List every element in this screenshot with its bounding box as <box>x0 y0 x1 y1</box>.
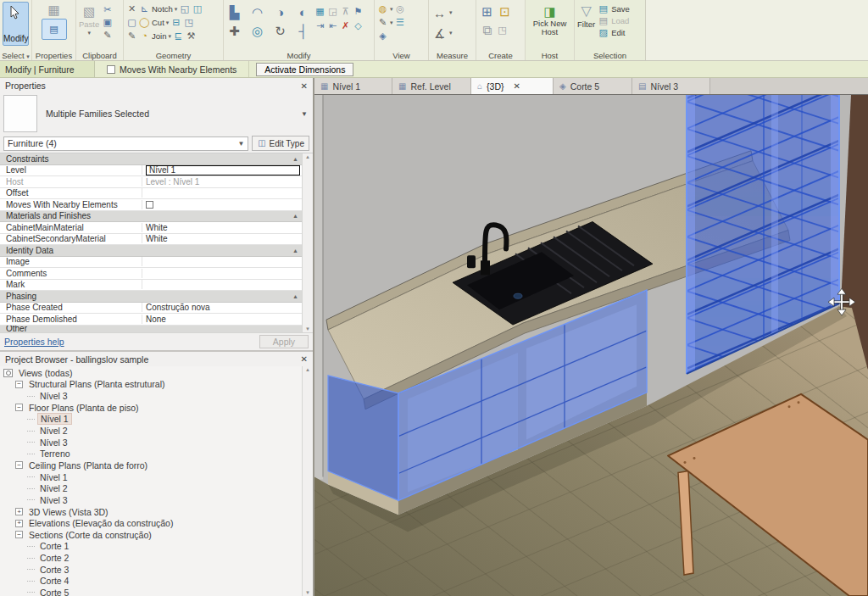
tree-item-corte-1[interactable]: Corte 1 <box>0 541 302 553</box>
save-selection-button[interactable]: ▤Save <box>598 3 630 14</box>
property-value-editing[interactable]: Nível 1 <box>146 165 300 175</box>
view-tab-ref-level[interactable]: ▦Ref. Level <box>392 78 471 94</box>
tree-item-3d-views-vista-3d-[interactable]: +3D Views (Vista 3D) <box>0 506 302 518</box>
model-canvas[interactable] <box>314 95 868 596</box>
camera-icon[interactable]: ◎ <box>395 3 406 14</box>
property-value[interactable] <box>142 257 302 268</box>
property-value[interactable]: None <box>142 314 302 325</box>
property-group-header[interactable]: Constraints▲ <box>0 153 302 165</box>
property-value[interactable] <box>142 199 302 210</box>
context-tab-modify-furniture[interactable]: Modify | Furniture <box>0 61 95 77</box>
unjoin-icon[interactable]: ⊑ <box>173 31 184 42</box>
collapse-icon[interactable]: − <box>15 461 23 469</box>
property-group-header[interactable]: Phasing▲ <box>0 291 302 303</box>
move-icon[interactable]: ✚ <box>226 23 242 38</box>
join-label[interactable]: Join <box>152 31 166 41</box>
tree-item-n-vel-2[interactable]: Nível 2 <box>0 482 302 494</box>
tree-item-n-vel-3[interactable]: Nível 3 <box>0 390 302 402</box>
copy-icon[interactable]: ◎ <box>249 23 265 38</box>
view-tab-n-vel-1[interactable]: ▦Nível 1 <box>314 78 392 94</box>
collapse-icon[interactable]: − <box>15 404 23 411</box>
unpin-icon[interactable]: ⊼ <box>340 6 351 17</box>
tree-item-ceiling-plans-planta-de-forro-[interactable]: −Ceiling Plans (Planta de forro) <box>0 460 302 471</box>
tree-item-n-vel-1[interactable]: Nível 1 <box>0 471 302 483</box>
mirror-axis-icon[interactable]: ◑ <box>272 4 288 19</box>
paint-icon[interactable]: ✎ <box>126 31 137 42</box>
apply-button[interactable]: Apply <box>259 335 309 348</box>
pin-icon[interactable]: ⚑ <box>353 6 364 17</box>
linework2-icon[interactable]: ◇ <box>353 20 364 31</box>
cut-label[interactable]: Cut <box>152 18 164 27</box>
select-section-label[interactable]: Select ▾ <box>0 51 31 60</box>
moves-with-nearby-checkbox[interactable] <box>107 65 115 74</box>
tree-item-n-vel-2[interactable]: Nível 2 <box>0 425 302 437</box>
demolish-icon[interactable]: ⊟ <box>170 17 181 28</box>
activate-dimensions-button[interactable]: Activate Dimensions <box>256 63 353 76</box>
expand-icon[interactable]: + <box>15 508 23 515</box>
property-value[interactable]: Nível 1 <box>142 165 302 176</box>
property-value[interactable]: White <box>142 222 302 233</box>
property-value[interactable] <box>142 280 302 291</box>
create-assembly-icon[interactable]: ⧉ <box>479 22 495 37</box>
collapse-icon[interactable]: − <box>15 381 23 388</box>
moves-with-nearby-option[interactable]: Moves With Nearby Elements <box>95 61 249 77</box>
beam-icon[interactable]: ◫ <box>192 3 203 14</box>
property-value[interactable] <box>142 188 302 199</box>
tree-item-floor-plans-planta-de-piso-[interactable]: −Floor Plans (Planta de piso) <box>0 402 302 414</box>
displace-icon[interactable]: ◈ <box>377 31 388 42</box>
scale-icon[interactable]: ◲ <box>327 6 338 17</box>
measure-between-icon[interactable]: ↔ <box>431 5 448 20</box>
type-selector[interactable]: Multiple Families Selected ▼ <box>0 93 313 134</box>
group-pin-icon[interactable]: ▲ <box>292 213 298 219</box>
modify-button[interactable]: Modify <box>3 2 29 46</box>
property-checkbox[interactable] <box>146 201 153 209</box>
filter-button[interactable]: ▽ Filter <box>577 2 595 49</box>
project-browser-close-icon[interactable]: ✕ <box>301 354 308 364</box>
property-group-header[interactable]: Other <box>0 326 302 332</box>
delete-icon[interactable]: ✗ <box>340 20 351 31</box>
tree-item-n-vel-3[interactable]: Nível 3 <box>0 494 302 506</box>
align-icon[interactable]: ▙ <box>226 4 242 19</box>
tree-item-views-todas-[interactable]: Views (todas) <box>0 367 302 379</box>
load-selection-button[interactable]: ▤Load <box>598 15 630 26</box>
property-value[interactable]: Level : Nível 1 <box>142 176 302 187</box>
copy-to-clipboard-icon[interactable]: ▣ <box>102 17 113 28</box>
view-tab-corte-5[interactable]: ◈Corte 5 <box>554 78 632 94</box>
properties-scrollbar[interactable]: ▲▼ <box>302 153 313 332</box>
view-tab-n-vel-3[interactable]: ▤Nível 3 <box>632 78 710 94</box>
pick-new-host-button[interactable]: ◨ Pick New Host <box>528 2 571 49</box>
paste-button[interactable]: ▧ Paste▾ <box>79 2 99 49</box>
keynote-icon[interactable]: ⚒ <box>186 31 197 42</box>
collapse-icon[interactable]: − <box>15 531 23 538</box>
notch-icon[interactable]: ⊾ <box>139 3 150 14</box>
properties-toggle-button[interactable]: ▤ <box>42 19 67 40</box>
property-group-header[interactable]: Materials and Finishes▲ <box>0 211 302 223</box>
properties-help-link[interactable]: Properties help <box>4 337 64 347</box>
match-type-icon[interactable]: ✎ <box>102 30 113 41</box>
create-group-icon[interactable]: ⊞ <box>479 3 495 19</box>
cope-icon[interactable]: ◳ <box>183 17 194 28</box>
tree-item-n-vel-1[interactable]: Nível 1 <box>0 414 302 426</box>
family-types-icon[interactable]: ▦ <box>46 2 62 17</box>
properties-close-icon[interactable]: ✕ <box>301 81 308 91</box>
array-icon[interactable]: ▦ <box>314 6 326 17</box>
properties-filter-combo[interactable]: Furniture (4) ▼ <box>3 136 248 151</box>
create-parts-icon[interactable]: ◳ <box>497 25 508 36</box>
tree-item-sections-corte-da-constru-o-[interactable]: −Sections (Corte da construção) <box>0 529 302 541</box>
hide-icon[interactable]: ◍ <box>377 3 388 14</box>
tree-item-corte-3[interactable]: Corte 3 <box>0 564 302 576</box>
group-pin-icon[interactable]: ▲ <box>292 156 298 162</box>
tree-item-elevations-eleva-o-da-constru-o-[interactable]: +Elevations (Elevação da construção) <box>0 517 302 529</box>
edit-selection-button[interactable]: ▨Edit <box>598 27 630 38</box>
tree-item-corte-2[interactable]: Corte 2 <box>0 552 302 564</box>
offset-icon[interactable]: ◠ <box>249 4 265 19</box>
cut-geometry-icon[interactable]: ✕ <box>126 3 137 14</box>
join-icon[interactable]: ◔ <box>139 31 150 42</box>
create-similar-icon[interactable]: ⊡ <box>497 3 513 19</box>
tree-item-terreno[interactable]: Terreno <box>0 448 302 460</box>
project-browser-scrollbar[interactable]: ▲▼ <box>302 366 313 596</box>
override-graphics-icon[interactable]: ✎ <box>377 17 388 28</box>
linework-icon[interactable]: ☰ <box>395 17 406 28</box>
edit-type-button[interactable]: ◫ Edit Type <box>252 136 309 151</box>
property-value[interactable]: White <box>142 234 302 245</box>
